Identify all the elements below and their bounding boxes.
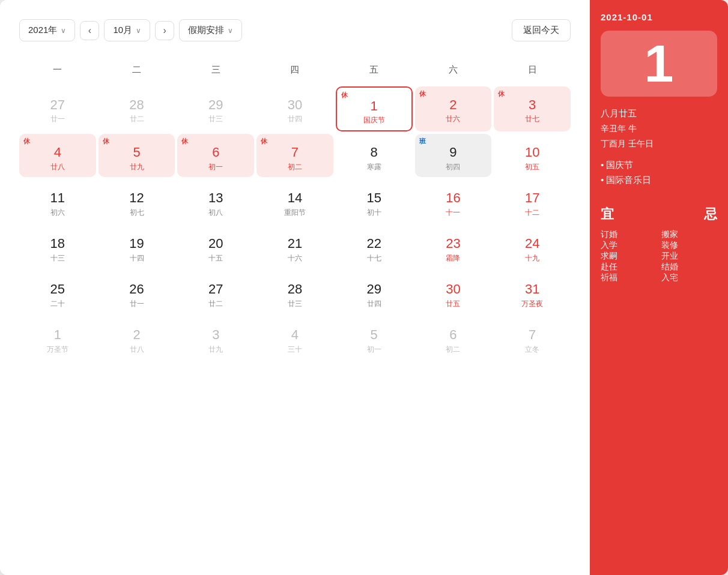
- day-lunar: 廿九: [130, 162, 144, 172]
- day-cell[interactable]: 3廿九: [177, 316, 254, 360]
- day-cell[interactable]: 休3廿七: [494, 86, 571, 131]
- yi-ji-header: 宜 忌: [601, 205, 717, 223]
- day-number: 27: [208, 281, 223, 297]
- yi-ji-row: 赴任结婚: [601, 262, 717, 272]
- day-lunar: 廿一: [50, 114, 65, 124]
- yi-item: 订婚: [601, 229, 657, 240]
- rest-marker: 休: [181, 137, 188, 146]
- yi-item: 赴任: [601, 262, 657, 272]
- day-cell[interactable]: 休2廿六: [415, 86, 492, 131]
- day-lunar: 廿三: [208, 114, 223, 124]
- day-cell[interactable]: 28廿二: [99, 86, 175, 131]
- day-cell[interactable]: 21十六: [256, 225, 333, 268]
- day-cell[interactable]: 26廿一: [99, 271, 175, 314]
- day-number: 7: [529, 327, 536, 343]
- day-cell[interactable]: 休7初二: [256, 134, 333, 177]
- day-cell[interactable]: 4三十: [256, 316, 333, 360]
- year-dropdown[interactable]: 2021年 ∨: [19, 19, 75, 41]
- day-cell[interactable]: 19十四: [99, 225, 175, 268]
- day-cell[interactable]: 30廿五: [415, 271, 492, 314]
- day-number: 23: [446, 236, 460, 251]
- day-cell[interactable]: 8寒露: [336, 134, 413, 177]
- day-cell[interactable]: 24十九: [494, 225, 571, 268]
- calendar-controls: 2021年 ∨ ‹ 10月 ∨ › 假期安排 ∨ 返回今天: [19, 19, 571, 41]
- yi-ji-row: 入学装修: [601, 240, 717, 251]
- day-cell[interactable]: 5初一: [336, 316, 413, 360]
- yi-ji-rows: 订婚搬家入学装修求嗣开业赴任结婚祈福入宅: [601, 229, 717, 283]
- weekday-header: 一: [19, 58, 96, 84]
- month-chevron-icon: ∨: [136, 26, 141, 35]
- day-lunar: 十二: [525, 208, 539, 218]
- day-number: 15: [366, 190, 381, 206]
- day-cell[interactable]: 13初八: [177, 179, 254, 223]
- day-cell[interactable]: 16十一: [415, 179, 492, 223]
- day-cell[interactable]: 28廿三: [256, 271, 333, 314]
- day-cell[interactable]: 29廿三: [177, 86, 254, 131]
- ji-item: 开业: [661, 251, 717, 262]
- day-lunar: 廿九: [208, 345, 223, 355]
- day-number: 2: [133, 327, 140, 343]
- lunar-line1: 八月廿五: [601, 105, 717, 121]
- day-lunar: 十四: [130, 253, 144, 263]
- day-lunar: 廿一: [130, 299, 144, 309]
- day-number: 8: [371, 145, 378, 160]
- big-day-number: 1: [645, 37, 674, 90]
- day-cell[interactable]: 7立冬: [494, 316, 571, 360]
- day-lunar: 十六: [288, 253, 302, 263]
- day-lunar: 十九: [525, 253, 539, 263]
- day-number: 30: [288, 97, 302, 113]
- day-lunar: 廿六: [446, 114, 460, 124]
- weekday-header: 二: [99, 58, 175, 84]
- day-number: 26: [129, 281, 144, 297]
- day-lunar: 初五: [525, 162, 539, 172]
- day-cell[interactable]: 14重阳节: [256, 179, 333, 223]
- day-cell[interactable]: 30廿四: [256, 86, 333, 131]
- day-cell[interactable]: 29廿四: [336, 271, 413, 314]
- day-cell[interactable]: 20十五: [177, 225, 254, 268]
- day-number: 7: [291, 145, 299, 160]
- day-cell[interactable]: 25二十: [19, 271, 96, 314]
- day-lunar: 霜降: [446, 253, 460, 263]
- day-cell[interactable]: 27廿一: [19, 86, 96, 131]
- day-cell[interactable]: 2廿八: [99, 316, 175, 360]
- day-cell[interactable]: 22十七: [336, 225, 413, 268]
- prev-month-button[interactable]: ‹: [80, 21, 99, 40]
- rest-marker: 休: [341, 91, 348, 100]
- day-cell[interactable]: 18十三: [19, 225, 96, 268]
- day-cell[interactable]: 班9初四: [415, 134, 492, 177]
- day-number: 9: [449, 145, 457, 160]
- day-cell[interactable]: 11初六: [19, 179, 96, 223]
- day-number: 4: [291, 327, 299, 343]
- big-day-card: 1: [601, 31, 717, 97]
- yi-item: 祈福: [601, 272, 657, 283]
- holiday-label: 假期安排: [188, 25, 224, 36]
- yi-ji-row: 求嗣开业: [601, 251, 717, 262]
- day-cell[interactable]: 17十二: [494, 179, 571, 223]
- day-number: 19: [129, 236, 144, 251]
- day-cell[interactable]: 12初七: [99, 179, 175, 223]
- day-cell[interactable]: 10初五: [494, 134, 571, 177]
- day-cell[interactable]: 23霜降: [415, 225, 492, 268]
- day-cell[interactable]: 休4廿八: [19, 134, 96, 177]
- sidebar-date: 2021-10-01: [601, 12, 717, 22]
- month-dropdown[interactable]: 10月 ∨: [104, 19, 150, 41]
- day-cell[interactable]: 27廿二: [177, 271, 254, 314]
- festival-list: • 国庆节• 国际音乐日: [601, 160, 717, 190]
- day-number: 3: [529, 97, 536, 113]
- day-cell[interactable]: 休6初一: [177, 134, 254, 177]
- day-cell[interactable]: 6初二: [415, 316, 492, 360]
- day-number: 13: [208, 190, 223, 206]
- return-today-button[interactable]: 返回今天: [512, 19, 571, 41]
- day-cell[interactable]: 15初十: [336, 179, 413, 223]
- day-lunar: 廿七: [525, 114, 539, 124]
- day-cell[interactable]: 休1国庆节: [336, 86, 413, 131]
- day-cell[interactable]: 休5廿九: [99, 134, 175, 177]
- holiday-dropdown[interactable]: 假期安排 ∨: [179, 19, 242, 41]
- yi-label: 宜: [601, 205, 614, 223]
- day-cell[interactable]: 31万圣夜: [494, 271, 571, 314]
- yi-ji-row: 订婚搬家: [601, 229, 717, 240]
- next-month-button[interactable]: ›: [155, 21, 174, 40]
- weekday-header: 日: [494, 58, 571, 84]
- day-cell[interactable]: 1万圣节: [19, 316, 96, 360]
- day-lunar: 廿三: [288, 299, 302, 309]
